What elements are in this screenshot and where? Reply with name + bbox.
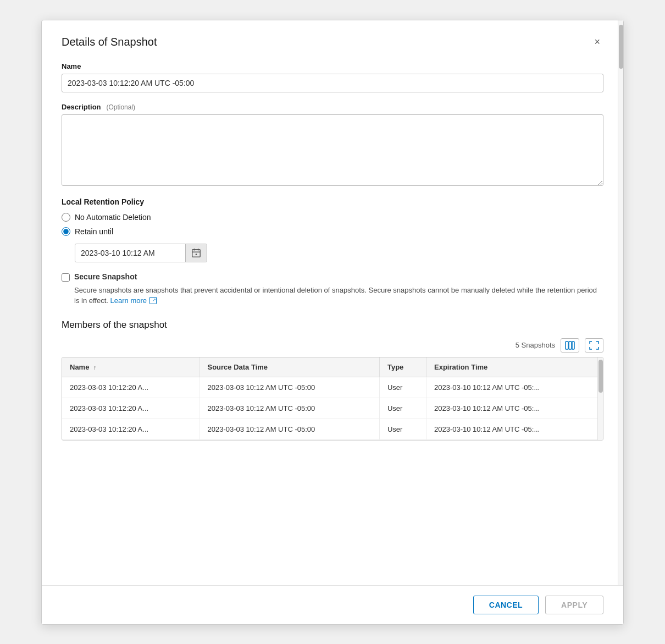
members-table-wrapper: Name ↑ Source Data Time Type Expiration …	[62, 357, 603, 441]
table-row: 2023-03-03 10:12:20 A...2023-03-03 10:12…	[62, 398, 603, 419]
col-type[interactable]: Type	[379, 357, 426, 377]
secure-snapshot-label: Secure Snapshot	[74, 272, 137, 281]
table-cell: 2023-03-03 10:12 AM UTC -05:00	[199, 398, 379, 419]
dialog-scrollbar[interactable]	[618, 20, 623, 624]
table-cell: 2023-03-10 10:12 AM UTC -05:...	[426, 377, 603, 398]
calendar-button[interactable]	[185, 244, 207, 262]
columns-toggle-button[interactable]	[561, 338, 579, 353]
table-cell: User	[379, 377, 426, 398]
radio-no-delete[interactable]	[62, 213, 70, 222]
table-cell: 2023-03-03 10:12 AM UTC -05:00	[199, 377, 379, 398]
description-textarea[interactable]	[62, 114, 603, 186]
members-title: Members of the snapshot	[62, 320, 603, 331]
name-label: Name	[62, 62, 81, 70]
radio-no-delete-label: No Automatic Deletion	[75, 213, 151, 222]
retention-title: Local Retention Policy	[62, 197, 603, 206]
description-field-section: Description (Optional)	[62, 102, 603, 188]
retention-section: Local Retention Policy No Automatic Dele…	[62, 197, 603, 262]
svg-rect-5	[566, 342, 568, 349]
table-cell: User	[379, 419, 426, 439]
col-name[interactable]: Name ↑	[62, 357, 199, 377]
external-link-icon	[149, 297, 157, 304]
table-header-row: Name ↑ Source Data Time Type Expiration …	[62, 357, 603, 377]
radio-retain[interactable]	[62, 227, 70, 236]
retention-radio-group: No Automatic Deletion Retain until	[62, 213, 603, 236]
snapshot-count: 5 Snapshots	[516, 341, 555, 349]
dialog-header: Details of Snapshot ×	[62, 36, 603, 48]
table-cell: 2023-03-03 10:12 AM UTC -05:00	[199, 419, 379, 439]
svg-rect-0	[192, 249, 200, 257]
svg-point-4	[196, 254, 197, 255]
expand-button[interactable]	[585, 338, 603, 353]
dialog-footer: CANCEL APPLY	[42, 585, 623, 624]
table-row: 2023-03-03 10:12:20 A...2023-03-03 10:12…	[62, 377, 603, 398]
cancel-button[interactable]: CANCEL	[473, 596, 539, 614]
secure-snapshot-checkbox[interactable]	[62, 273, 70, 282]
table-toolbar: 5 Snapshots	[62, 338, 603, 353]
table-cell: 2023-03-10 10:12 AM UTC -05:...	[426, 398, 603, 419]
details-dialog: Details of Snapshot × Name Description (…	[41, 20, 624, 625]
retain-until-row	[75, 244, 603, 262]
table-cell: 2023-03-03 10:12:20 A...	[62, 419, 199, 439]
apply-button[interactable]: APPLY	[545, 596, 603, 614]
members-section: Members of the snapshot 5 Snapshots	[62, 320, 603, 441]
learn-more-link[interactable]: Learn more	[110, 295, 157, 306]
date-input-wrapper	[75, 244, 207, 262]
table-cell: 2023-03-03 10:12:20 A...	[62, 398, 199, 419]
dialog-scrollbar-thumb[interactable]	[619, 25, 623, 69]
col-source-data-time[interactable]: Source Data Time	[199, 357, 379, 377]
close-button[interactable]: ×	[591, 36, 603, 48]
radio-no-delete-item[interactable]: No Automatic Deletion	[62, 213, 603, 222]
description-optional: (Optional)	[106, 103, 135, 111]
secure-description: Secure snapshots are snapshots that prev…	[74, 285, 603, 306]
table-scrollbar[interactable]	[597, 357, 603, 440]
col-expiration-time[interactable]: Expiration Time	[426, 357, 603, 377]
dialog-title: Details of Snapshot	[62, 36, 157, 48]
name-input[interactable]	[62, 74, 603, 92]
table-cell: User	[379, 398, 426, 419]
expand-icon	[589, 341, 599, 350]
calendar-icon	[191, 248, 201, 258]
name-field-section: Name	[62, 62, 603, 92]
svg-rect-7	[572, 342, 574, 349]
radio-retain-label: Retain until	[75, 227, 113, 236]
description-label: Description	[62, 103, 101, 111]
retain-date-input[interactable]	[75, 244, 185, 262]
secure-checkbox-row: Secure Snapshot	[62, 272, 603, 282]
table-cell: 2023-03-03 10:12:20 A...	[62, 377, 199, 398]
table-scrollbar-thumb[interactable]	[598, 360, 603, 393]
members-table: Name ↑ Source Data Time Type Expiration …	[62, 357, 603, 440]
table-row: 2023-03-03 10:12:20 A...2023-03-03 10:12…	[62, 419, 603, 439]
sort-arrow-icon: ↑	[93, 364, 97, 371]
columns-icon	[565, 341, 575, 350]
table-cell: 2023-03-10 10:12 AM UTC -05:...	[426, 419, 603, 439]
svg-rect-6	[569, 342, 572, 349]
secure-snapshot-section: Secure Snapshot Secure snapshots are sna…	[62, 272, 603, 306]
radio-retain-item[interactable]: Retain until	[62, 227, 603, 236]
